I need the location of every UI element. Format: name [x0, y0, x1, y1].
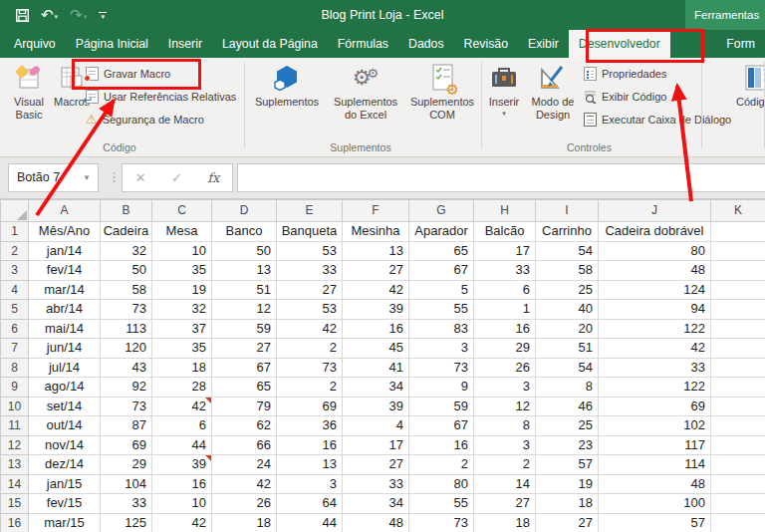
name-box-dropdown-icon[interactable]: ▼	[76, 164, 98, 191]
cell-H16[interactable]: 18	[474, 513, 536, 532]
cell-I12[interactable]: 23	[536, 435, 599, 455]
cell-D11[interactable]: 62	[212, 416, 277, 436]
tab-arquivo[interactable]: Arquivo	[4, 30, 66, 58]
cell-E8[interactable]: 73	[277, 358, 343, 378]
cell-F4[interactable]: 42	[343, 280, 409, 300]
cell-C13[interactable]: 39	[152, 455, 212, 475]
cell-B4[interactable]: 58	[101, 280, 152, 300]
cell-H3[interactable]: 33	[474, 261, 536, 281]
cell-H8[interactable]: 26	[474, 358, 536, 378]
cell-B14[interactable]: 104	[101, 474, 152, 494]
cell-J10[interactable]: 69	[599, 397, 711, 416]
cell-E1[interactable]: Banqueta	[277, 222, 343, 242]
cell-A10[interactable]: set/14	[29, 397, 101, 416]
cell-H6[interactable]: 16	[474, 319, 536, 339]
row-header-16[interactable]: 16	[1, 513, 29, 532]
cell-J14[interactable]: 48	[599, 474, 711, 494]
cell-E7[interactable]: 2	[277, 339, 343, 359]
tab-revisao[interactable]: Revisão	[454, 30, 518, 58]
cell-J9[interactable]: 122	[599, 378, 711, 398]
cell-D14[interactable]: 42	[212, 474, 277, 494]
cell-I3[interactable]: 58	[536, 261, 599, 281]
cell-H11[interactable]: 8	[474, 416, 536, 436]
column-header-B[interactable]: B	[101, 200, 152, 222]
cell-B5[interactable]: 73	[101, 300, 152, 320]
cell-A15[interactable]: fev/15	[29, 494, 101, 514]
cell-B10[interactable]: 73	[101, 397, 152, 416]
inserir-button[interactable]: Inserir ▾	[484, 60, 524, 117]
tab-form-contextual[interactable]: Form	[716, 30, 765, 58]
cancel-button[interactable]: ✕	[135, 170, 146, 185]
cell-G10[interactable]: 59	[409, 397, 474, 416]
cell-C9[interactable]: 28	[152, 378, 212, 398]
cell-B1[interactable]: Cadeira	[101, 222, 152, 242]
cell-J5[interactable]: 94	[599, 300, 711, 320]
cell-J8[interactable]: 33	[599, 358, 711, 378]
cell-G5[interactable]: 55	[409, 300, 474, 320]
cell-G3[interactable]: 67	[409, 261, 474, 281]
cell-I1[interactable]: Carrinho	[536, 222, 599, 242]
cell-I10[interactable]: 46	[536, 397, 599, 416]
cell-G2[interactable]: 65	[409, 241, 474, 261]
cell-F16[interactable]: 48	[343, 513, 409, 532]
cell-E11[interactable]: 36	[277, 416, 343, 436]
cell-A9[interactable]: ago/14	[29, 378, 101, 398]
cell-F12[interactable]: 17	[343, 435, 409, 455]
usar-referencias-button[interactable]: ↩ Usar Referências Relativas	[86, 85, 236, 108]
column-header-F[interactable]: F	[343, 200, 409, 222]
cell-K16[interactable]	[711, 513, 765, 532]
row-header-9[interactable]: 9	[1, 378, 29, 398]
cell-E2[interactable]: 53	[277, 241, 343, 261]
column-header-J[interactable]: J	[599, 200, 711, 222]
row-header-7[interactable]: 7	[1, 339, 29, 359]
cell-H15[interactable]: 27	[474, 494, 536, 514]
cell-E4[interactable]: 27	[277, 280, 343, 300]
cell-J3[interactable]: 48	[599, 261, 711, 281]
cell-D15[interactable]: 26	[212, 494, 277, 514]
cell-E12[interactable]: 16	[277, 435, 343, 455]
cell-E9[interactable]: 2	[277, 378, 343, 398]
cell-B3[interactable]: 50	[101, 261, 152, 281]
cell-I8[interactable]: 54	[536, 358, 599, 378]
cell-B16[interactable]: 125	[101, 513, 152, 532]
cell-C4[interactable]: 19	[152, 280, 212, 300]
cell-J12[interactable]: 117	[599, 435, 711, 455]
cell-A1[interactable]: Mês/Ano	[29, 222, 101, 242]
cell-G1[interactable]: Aparador	[409, 222, 474, 242]
cell-K5[interactable]	[711, 300, 765, 320]
cell-F15[interactable]: 34	[343, 494, 409, 514]
cell-G9[interactable]: 9	[409, 378, 474, 398]
cell-I2[interactable]: 54	[536, 241, 599, 261]
column-header-C[interactable]: C	[152, 200, 212, 222]
cell-F11[interactable]: 4	[343, 416, 409, 436]
cell-B6[interactable]: 113	[101, 319, 152, 339]
cell-D16[interactable]: 18	[212, 513, 277, 532]
cell-I15[interactable]: 18	[536, 494, 599, 514]
cell-B13[interactable]: 29	[101, 455, 152, 475]
cell-I5[interactable]: 40	[536, 300, 599, 320]
cell-B8[interactable]: 43	[101, 358, 152, 378]
cell-C1[interactable]: Mesa	[152, 222, 212, 242]
cell-F9[interactable]: 34	[343, 378, 409, 398]
suplementos-button[interactable]: Suplementos	[249, 60, 325, 109]
cell-D12[interactable]: 66	[212, 435, 277, 455]
cell-I13[interactable]: 57	[536, 455, 599, 475]
row-header-11[interactable]: 11	[1, 416, 29, 436]
cell-D5[interactable]: 12	[212, 300, 277, 320]
cell-E16[interactable]: 44	[277, 513, 343, 532]
cell-H10[interactable]: 12	[474, 397, 536, 416]
cell-D2[interactable]: 50	[212, 241, 277, 261]
cell-H13[interactable]: 2	[474, 455, 536, 475]
seguranca-macro-button[interactable]: ⚠ Segurança de Macro	[86, 108, 236, 131]
tab-desenvolvedor[interactable]: Desenvolvedor	[569, 30, 670, 58]
tab-inserir[interactable]: Inserir	[158, 30, 212, 58]
cell-K9[interactable]	[711, 378, 765, 398]
cell-D7[interactable]: 27	[212, 339, 277, 359]
visual-basic-button[interactable]: Visual Basic	[6, 60, 52, 122]
cell-A11[interactable]: out/14	[29, 416, 101, 436]
cell-G13[interactable]: 2	[409, 455, 474, 475]
cell-A2[interactable]: jan/14	[29, 241, 101, 261]
cell-D13[interactable]: 24	[212, 455, 277, 475]
cell-G14[interactable]: 80	[409, 474, 474, 494]
cell-G7[interactable]: 3	[409, 339, 474, 359]
